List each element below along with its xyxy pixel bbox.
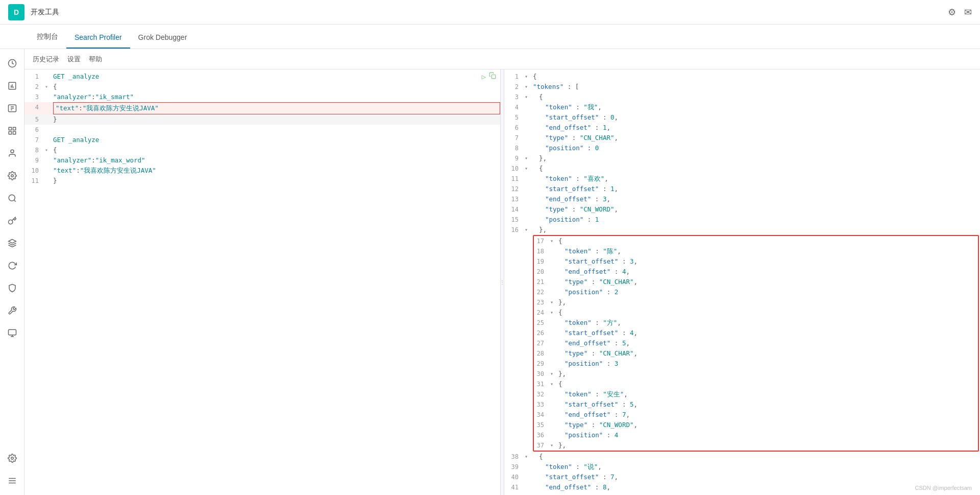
sidebar-refresh-icon[interactable] (2, 255, 22, 276)
sidebar-shield-icon[interactable] (2, 278, 22, 298)
table-row: 28"type" : "CN_CHAR", (534, 348, 978, 359)
table-row: 7 GET _analyze (24, 135, 500, 145)
table-row: 40"start_offset" : 7, (504, 472, 980, 482)
history-button[interactable]: 历史记录 (33, 55, 59, 64)
line-number: 9 (24, 155, 45, 166)
line-content: } (53, 114, 500, 125)
sidebar-key-icon[interactable] (2, 210, 22, 231)
sidebar-grid-icon[interactable] (2, 121, 22, 141)
line-number: 10 (24, 166, 45, 176)
right-code-container: .rhl-block { border: 2px solid #e53935; … (504, 69, 980, 495)
sidebar-clock-icon[interactable] (2, 53, 22, 74)
nav-tabs: 控制台 Search Profiler Grok Debugger (0, 25, 980, 49)
table-row: 39"token" : "说", (504, 462, 980, 472)
line-toggle[interactable]: ▾ (45, 145, 53, 155)
table-row: 29"position" : 3 (534, 359, 978, 369)
line-number: 4 (24, 102, 45, 112)
sidebar-chart-icon[interactable] (2, 76, 22, 96)
pane-divider[interactable]: ⋮ (500, 69, 504, 495)
left-editor-pane[interactable]: 1 GET _analyze ▷ 2 ▾ (24, 69, 500, 495)
table-row: 14"type" : "CN_WORD", (504, 204, 980, 215)
table-row: 10▾{ (504, 163, 980, 174)
table-row: 19"start_offset" : 3, (534, 256, 978, 267)
table-row: 26"start_offset" : 4, (534, 328, 978, 338)
svg-line-13 (14, 200, 15, 201)
table-row: 3▾{ (504, 92, 980, 102)
app-title: 开发工具 (31, 8, 59, 17)
mail-icon[interactable]: ✉ (964, 7, 972, 18)
line-content: "text":"我喜欢陈方安生说JAVA" (53, 102, 500, 114)
settings-button[interactable]: 设置 (67, 55, 81, 64)
watermark: CSDN @imperfectsam (915, 485, 972, 491)
sidebar-search-icon[interactable] (2, 188, 22, 208)
line-number: 7 (24, 135, 45, 145)
table-row: 31▾{ (534, 379, 978, 389)
line-content: "text":"我喜欢陈方安生说JAVA" (53, 166, 500, 176)
run-icon[interactable]: ▷ (482, 72, 486, 82)
sidebar-tool-icon[interactable] (2, 300, 22, 321)
svg-rect-8 (9, 132, 11, 134)
settings-icon[interactable]: ⚙ (948, 7, 956, 18)
line-content: { (53, 145, 500, 155)
line-content: GET _analyze (53, 135, 500, 145)
table-row: 2 ▾ { (24, 82, 500, 92)
line-content: "analyzer":"ik_max_word" (53, 155, 500, 166)
line-toggle[interactable]: ▾ (45, 82, 53, 92)
table-row: 9 "analyzer":"ik_max_word" (24, 155, 500, 166)
main-layout: 历史记录 设置 帮助 1 GET _analyze ▷ (0, 49, 980, 495)
app-logo: D (8, 4, 24, 20)
sidebar-gear-icon[interactable] (2, 166, 22, 186)
table-row: 21"type" : "CN_CHAR", (534, 277, 978, 287)
tab-grok-debugger[interactable]: Grok Debugger (130, 27, 195, 49)
sidebar-list-icon[interactable] (2, 98, 22, 119)
line-actions: ▷ (482, 72, 500, 82)
highlighted-block: 17▾{ 18"token" : "陈", 19"start_offset" :… (533, 235, 979, 452)
line-number: 6 (24, 125, 45, 135)
editor-area: 1 GET _analyze ▷ 2 ▾ (24, 69, 980, 495)
table-row: 2▾"tokens" : [ (504, 82, 980, 92)
help-button[interactable]: 帮助 (89, 55, 102, 64)
table-row: 8"position" : 0 (504, 143, 980, 153)
svg-point-11 (11, 175, 13, 177)
table-row: 24▾{ (534, 308, 978, 318)
table-row: 38▾{ (504, 452, 980, 462)
sidebar-stack-icon[interactable] (2, 233, 22, 253)
svg-marker-14 (8, 240, 16, 244)
table-row: 3 "analyzer":"ik_smart" (24, 92, 500, 102)
svg-rect-7 (13, 127, 15, 130)
svg-rect-9 (13, 132, 15, 134)
sidebar-expand-icon[interactable] (2, 470, 22, 491)
table-row: 23▾}, (534, 297, 978, 308)
table-row: 1 GET _analyze ▷ (24, 72, 500, 82)
table-row: 11 } (24, 176, 500, 186)
left-code-container: 1 GET _analyze ▷ 2 ▾ (24, 69, 500, 188)
copy-icon[interactable] (489, 72, 496, 82)
table-row: 17▾{ (534, 236, 978, 246)
tab-search-profiler[interactable]: Search Profiler (66, 27, 130, 49)
table-row: 13"end_offset" : 3, (504, 194, 980, 204)
table-row: 5 } (24, 114, 500, 125)
table-row: 9▾}, (504, 153, 980, 163)
table-row: 6 (24, 125, 500, 135)
table-row: 7"type" : "CN_CHAR", (504, 133, 980, 143)
table-row: 4 "text":"我喜欢陈方安生说JAVA" (24, 102, 500, 114)
sub-toolbar: 历史记录 设置 帮助 (24, 49, 980, 69)
sidebar-person-icon[interactable] (2, 143, 22, 163)
table-row: 34"end_offset" : 7, (534, 410, 978, 420)
table-row: 15"position" : 1 (504, 215, 980, 225)
table-row: 30▾}, (534, 369, 978, 379)
svg-rect-22 (492, 75, 496, 79)
table-row: 37▾}, (534, 440, 978, 451)
sidebar-settings-bottom-icon[interactable] (2, 448, 22, 468)
table-row: 11"token" : "喜欢", (504, 174, 980, 184)
top-bar-actions: ⚙ ✉ (948, 7, 972, 18)
table-row: 42"type" : "CN_CHAR", (504, 492, 980, 495)
line-content: } (53, 176, 500, 186)
line-content: GET _analyze (53, 72, 482, 82)
table-row: 22"position" : 2 (534, 287, 978, 297)
right-editor-pane[interactable]: .rhl-block { border: 2px solid #e53935; … (504, 69, 980, 495)
sidebar-monitor-icon[interactable] (2, 323, 22, 343)
tab-console[interactable]: 控制台 (29, 26, 66, 49)
line-number: 5 (24, 114, 45, 125)
table-row: 18"token" : "陈", (534, 246, 978, 256)
